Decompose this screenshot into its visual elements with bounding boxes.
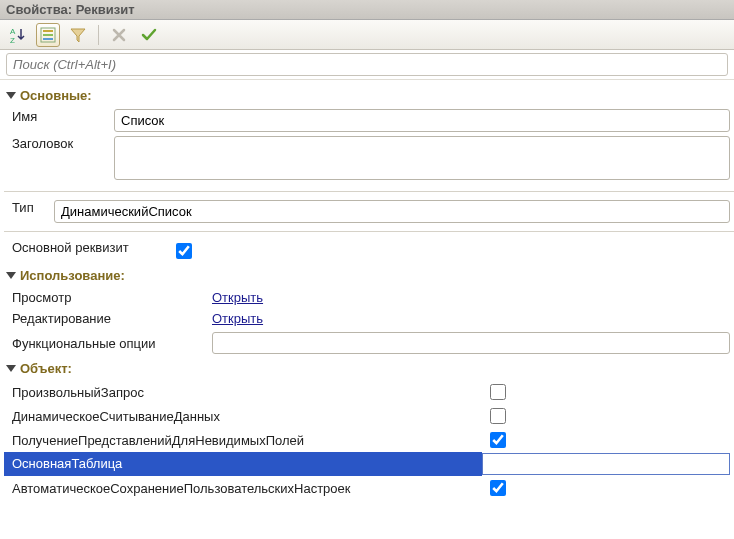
svg-rect-4: [43, 34, 53, 36]
prop-title-input[interactable]: [114, 136, 730, 180]
obj-label: ДинамическоеСчитываниеДанных: [12, 409, 482, 424]
usage-funcopts-input[interactable]: [212, 332, 730, 354]
usage-edit-label: Редактирование: [12, 311, 212, 326]
prop-name-row: Имя: [4, 107, 734, 134]
usage-view-label: Просмотр: [12, 290, 212, 305]
search-row: [0, 50, 734, 80]
usage-view-row: Просмотр Открыть: [4, 287, 734, 308]
obj-label: ОсновнаяТаблица: [4, 452, 482, 476]
section-main-title: Основные:: [20, 88, 92, 103]
obj-row-dynamic-read[interactable]: ДинамическоеСчитываниеДанных: [4, 404, 734, 428]
section-object-title: Объект:: [20, 361, 72, 376]
prop-title-row: Заголовок: [4, 134, 734, 185]
categorized-view-button[interactable]: [36, 23, 60, 47]
filter-button[interactable]: [66, 23, 90, 47]
usage-funcopts-row: Функциональные опции: [4, 329, 734, 357]
toolbar: A Z: [0, 20, 734, 50]
usage-funcopts-label: Функциональные опции: [12, 336, 212, 351]
prop-name-input[interactable]: [114, 109, 730, 132]
svg-text:A: A: [10, 27, 16, 36]
obj-checkbox[interactable]: [490, 432, 506, 448]
sort-alpha-button[interactable]: A Z: [6, 23, 30, 47]
obj-checkbox[interactable]: [490, 384, 506, 400]
prop-mainattr-row: Основной реквизит: [4, 238, 734, 264]
toolbar-separator: [98, 25, 99, 45]
usage-edit-link[interactable]: Открыть: [212, 311, 263, 326]
prop-type-row: Тип: [4, 198, 734, 225]
prop-mainattr-checkbox[interactable]: [176, 243, 192, 259]
divider: [4, 191, 734, 192]
obj-label: АвтоматическоеСохранениеПользовательских…: [12, 481, 482, 496]
svg-rect-5: [43, 38, 53, 40]
prop-name-label: Имя: [12, 109, 108, 124]
svg-rect-3: [43, 30, 53, 32]
obj-row-arbitrary-query[interactable]: ПроизвольныйЗапрос: [4, 380, 734, 404]
usage-edit-row: Редактирование Открыть: [4, 308, 734, 329]
obj-checkbox[interactable]: [490, 480, 506, 496]
svg-text:Z: Z: [10, 36, 15, 44]
obj-row-get-representations[interactable]: ПолучениеПредставленийДляНевидимыхПолей: [4, 428, 734, 452]
obj-checkbox[interactable]: [490, 408, 506, 424]
obj-row-auto-save-settings[interactable]: АвтоматическоеСохранениеПользовательских…: [4, 476, 734, 500]
section-object-header[interactable]: Объект:: [4, 357, 734, 380]
clear-button[interactable]: [107, 23, 131, 47]
confirm-button[interactable]: [137, 23, 161, 47]
section-usage-title: Использование:: [20, 268, 125, 283]
prop-type-input[interactable]: [54, 200, 730, 223]
window-title: Свойства: Реквизит: [0, 0, 734, 20]
prop-title-label: Заголовок: [12, 136, 108, 151]
section-main-header[interactable]: Основные:: [4, 84, 734, 107]
search-input[interactable]: [6, 53, 728, 76]
prop-mainattr-label: Основной реквизит: [12, 240, 172, 255]
collapse-icon: [6, 272, 16, 279]
obj-row-main-table[interactable]: ОсновнаяТаблица: [4, 452, 734, 476]
obj-main-table-input[interactable]: [482, 453, 730, 475]
collapse-icon: [6, 92, 16, 99]
obj-label: ПроизвольныйЗапрос: [12, 385, 482, 400]
obj-label: ПолучениеПредставленийДляНевидимыхПолей: [12, 433, 482, 448]
section-usage-header[interactable]: Использование:: [4, 264, 734, 287]
usage-view-link[interactable]: Открыть: [212, 290, 263, 305]
properties-panel: Основные: Имя Заголовок Тип Основной рек…: [0, 80, 734, 500]
divider: [4, 231, 734, 232]
collapse-icon: [6, 365, 16, 372]
prop-type-label: Тип: [12, 200, 48, 215]
